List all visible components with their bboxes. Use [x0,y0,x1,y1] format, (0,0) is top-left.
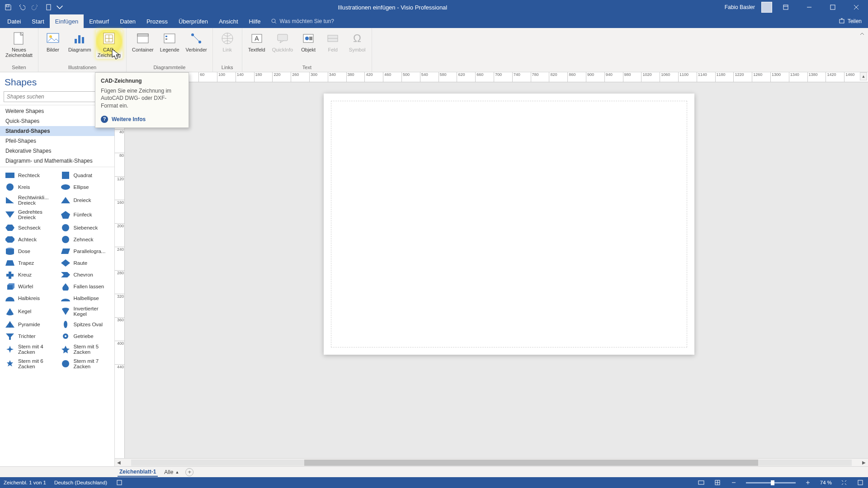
maximize-button[interactable] [823,1,843,14]
textfeld-button[interactable]: ATextfeld [246,30,268,53]
user-avatar[interactable] [761,2,772,13]
undo-button[interactable] [15,1,28,14]
minimize-button[interactable] [799,1,819,14]
shape-hept[interactable]: Siebeneck [58,222,112,233]
scroll-left-button[interactable]: ◀ [115,459,123,467]
shape-star4[interactable]: Stern mit 4 Zacken [3,343,57,356]
shape-oct[interactable]: Achteck [3,234,57,245]
cad-zeichnung-button[interactable]: CAD-Zeichnung [96,30,123,59]
shape-icone[interactable]: Invertierter Kegel [58,305,112,318]
bilder-icon [45,31,61,46]
shape-circle[interactable]: Kreis [3,182,57,192]
shape-rect[interactable]: Rechteck [3,170,57,181]
shape-label: Ellipse [74,184,89,190]
save-button[interactable] [2,1,14,14]
shape-star6[interactable]: Stern mit 6 Zacken [3,357,57,371]
neues-zeichenblatt-button[interactable]: NeuesZeichenblatt [4,30,34,59]
tab-daten[interactable]: Daten [114,14,141,28]
shape-cross[interactable]: Kreuz [3,269,57,280]
status-language[interactable]: Deutsch (Deutschland) [54,480,107,485]
tab-prozess[interactable]: Prozess [141,14,173,28]
shape-star5[interactable]: Stern mit 5 Zacken [58,343,112,356]
shape-chev[interactable]: Chevron [58,269,112,280]
tab-start[interactable]: Start [26,14,49,28]
shape-label: Chevron [74,272,93,277]
sheet-tab-active[interactable]: Zeichenblatt-1 [118,468,158,477]
tab-entwurf[interactable]: Entwurf [84,14,114,28]
workspace: Shapes Weitere Shapes▶Quick-ShapesStanda… [0,72,868,466]
bilder-button[interactable]: Bilder [42,30,64,53]
shape-star7[interactable]: Stern mit 7 Zacken [58,357,112,371]
sheet-filter-dropdown[interactable]: Alle ▲ [164,469,179,475]
shape-tri[interactable]: Dreieck [58,193,112,207]
shapes-category-diagramm-und-mathematik-shapes[interactable]: Diagramm- und Mathematik-Shapes [0,156,114,166]
shape-can[interactable]: Dose [3,246,57,257]
shape-halfe[interactable]: Halbellipse [58,293,112,304]
shape-hex[interactable]: Sechseck [3,222,57,233]
share-button[interactable]: Teilen [832,14,868,28]
new-doc-button[interactable] [42,1,55,14]
macro-recording-icon[interactable] [115,479,123,487]
add-page-button[interactable]: + [185,468,193,476]
presentation-mode-button[interactable] [697,479,705,487]
shape-dia-icon [60,259,71,267]
tab-hilfe[interactable]: Hilfe [244,14,266,28]
container-button[interactable]: Container [130,30,156,53]
zoom-out-button[interactable] [730,479,738,487]
shape-trap[interactable]: Trapez [3,258,57,268]
shape-halfc[interactable]: Halbkreis [3,293,57,304]
scroll-right-button[interactable]: ▶ [860,459,868,467]
fit-page-button[interactable] [713,479,722,487]
shape-cone[interactable]: Kegel [3,305,57,318]
shape-rtri[interactable]: Rechtwinkli... Dreieck [3,193,57,207]
zoom-in-button[interactable] [804,479,812,487]
shape-funnel[interactable]: Trichter [3,331,57,342]
pan-zoom-button[interactable] [856,479,864,487]
scroll-thumb[interactable] [304,460,758,466]
ribbon-button-label: QuickInfo [272,47,293,52]
legende-button[interactable]: Legende [158,30,181,53]
shape-soval[interactable]: Spitzes Oval [58,319,112,330]
diagramm-button[interactable]: Diagramm [66,30,93,53]
tooltip-more-link[interactable]: ? Weitere Infos [101,116,183,123]
tell-me-search[interactable]: Was möchten Sie tun? [266,14,339,28]
qat-customize-button[interactable] [56,1,63,14]
horizontal-scrollbar[interactable]: ◀ ▶ [115,458,868,466]
zoom-slider[interactable] [746,482,796,483]
objekt-button[interactable]: Objekt [297,30,319,53]
shape-dec[interactable]: Zehneck [58,234,112,245]
shape-dia[interactable]: Raute [58,258,112,268]
shapes-category-dekorative-shapes[interactable]: Dekorative Shapes [0,146,114,156]
user-name[interactable]: Fabio Basler [722,4,758,10]
zoom-level[interactable]: 74 % [820,480,832,485]
collapse-ribbon-button[interactable] [858,30,866,38]
shape-gear[interactable]: Getriebe [58,331,112,342]
verbinder-button[interactable]: Verbinder [184,30,209,53]
shape-drop[interactable]: Fallen lassen [58,281,112,292]
scroll-up-button[interactable]: ▲ [860,72,867,80]
ribbon-group-label: Text [302,65,311,71]
shapes-category-pfeil-shapes[interactable]: Pfeil-Shapes [0,136,114,146]
ribbon-group-label: Diagrammteile [153,65,185,71]
tab-einfügen[interactable]: Einfügen [50,14,84,28]
fit-window-button[interactable] [840,479,848,487]
shape-halfe-icon [60,294,71,302]
close-button[interactable] [846,1,866,14]
shape-rottri[interactable]: Gedrehtes Dreieck [3,208,57,221]
shape-cube[interactable]: Würfel [3,281,57,292]
shape-pent[interactable]: Fünfeck [58,208,112,221]
shape-square[interactable]: Quadrat [58,170,112,181]
ribbon-button-label: Container [132,47,154,52]
drawing-page[interactable] [324,94,694,355]
redo-button[interactable] [29,1,42,14]
shape-tri-icon [60,196,71,204]
ribbon-display-button[interactable] [776,1,796,14]
tab-überprüfen[interactable]: Überprüfen [173,14,213,28]
tab-ansicht[interactable]: Ansicht [213,14,244,28]
shape-ellipse[interactable]: Ellipse [58,182,112,192]
shape-para[interactable]: Parallelogra... [58,246,112,257]
tab-datei[interactable]: Datei [2,14,26,28]
shape-label: Dreieck [74,197,91,203]
drawing-surface[interactable] [125,82,868,458]
shape-pyr[interactable]: Pyramide [3,319,57,330]
